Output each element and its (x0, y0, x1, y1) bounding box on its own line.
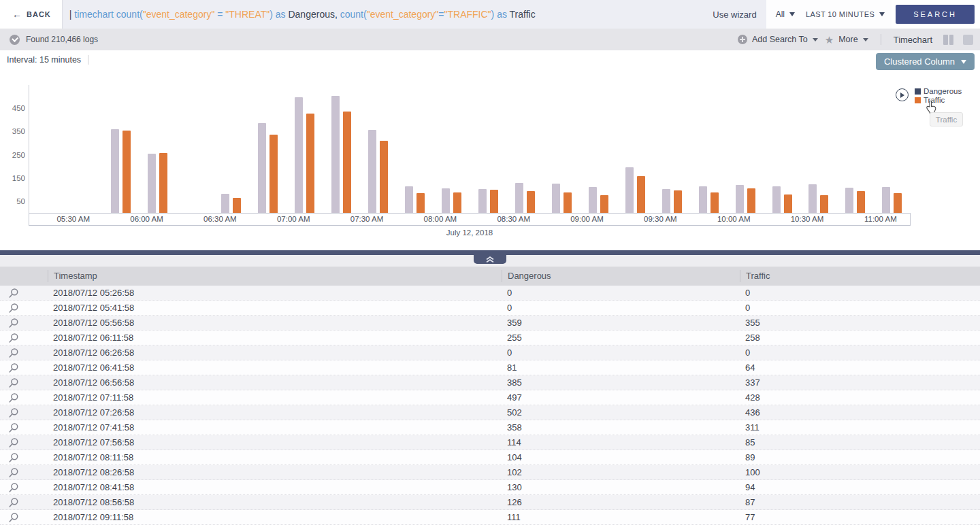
legend-swatch-icon (915, 97, 921, 103)
drilldown-search-icon[interactable] (0, 377, 48, 388)
bar-dangerous[interactable] (589, 187, 597, 213)
drilldown-search-icon[interactable] (0, 497, 48, 508)
drilldown-search-icon[interactable] (0, 437, 48, 448)
bar-dangerous[interactable] (478, 189, 487, 213)
drilldown-search-icon[interactable] (0, 303, 48, 314)
bar-dangerous[interactable] (221, 194, 229, 213)
x-tick-label: 07:00 AM (277, 215, 310, 223)
bar-dangerous[interactable] (111, 129, 119, 213)
bar-traffic[interactable] (527, 191, 535, 213)
bar-dangerous[interactable] (772, 186, 781, 213)
chart-bucket (506, 85, 543, 213)
chart-plot-area (29, 85, 911, 213)
drilldown-search-icon[interactable] (0, 482, 48, 493)
bar-traffic[interactable] (453, 192, 461, 213)
drilldown-search-icon[interactable] (0, 452, 48, 463)
bar-dangerous[interactable] (442, 188, 450, 213)
chevron-down-icon (863, 38, 868, 41)
time-range-dropdown[interactable]: LAST 10 MINUTES (806, 10, 885, 18)
bar-traffic[interactable] (306, 114, 314, 213)
bar-traffic[interactable] (857, 191, 865, 213)
legend-item-dangerous[interactable]: Dangerous (915, 87, 962, 95)
bar-dangerous[interactable] (258, 123, 266, 213)
drilldown-search-icon[interactable] (0, 362, 48, 373)
drilldown-search-icon[interactable] (0, 422, 48, 433)
table-view-icon[interactable] (963, 35, 973, 45)
bar-traffic[interactable] (122, 131, 131, 213)
bar-dangerous[interactable] (699, 186, 707, 213)
bar-dangerous[interactable] (405, 186, 413, 213)
chart-bucket (140, 85, 176, 213)
drilldown-search-icon[interactable] (0, 318, 48, 328)
scope-dropdown[interactable]: All (776, 10, 795, 19)
cell-dangerous: 81 (502, 362, 740, 373)
search-button[interactable]: SEARCH (896, 5, 975, 24)
cell-dangerous: 114 (502, 437, 740, 447)
header-traffic[interactable]: Traffic (740, 270, 980, 282)
bar-traffic[interactable] (894, 193, 902, 213)
bar-traffic[interactable] (784, 194, 792, 213)
bar-traffic[interactable] (416, 193, 425, 213)
more-button[interactable]: ★ More (825, 35, 868, 45)
query-text[interactable]: | timechart count("event_category" = "TH… (69, 9, 705, 20)
bar-traffic[interactable] (564, 192, 572, 213)
drilldown-search-icon[interactable] (0, 392, 48, 403)
bar-traffic[interactable] (710, 192, 719, 213)
bar-traffic[interactable] (159, 153, 167, 213)
x-tick-label: 06:30 AM (203, 215, 237, 223)
bar-dangerous[interactable] (808, 184, 817, 213)
x-tick-label: 11:00 AM (864, 215, 897, 223)
cell-dangerous: 497 (502, 392, 740, 403)
table-row: 2018/07/12 08:56:5812687 (0, 495, 980, 510)
cell-traffic: 337 (740, 377, 980, 388)
y-tick-label: 50 (16, 197, 25, 205)
drilldown-search-icon[interactable] (0, 512, 48, 523)
drilldown-search-icon[interactable] (0, 333, 48, 343)
collapse-panel-button[interactable] (474, 255, 506, 264)
bar-traffic[interactable] (747, 188, 755, 213)
column-chart-view-icon[interactable] (943, 35, 953, 45)
play-button[interactable] (896, 88, 909, 101)
bar-traffic[interactable] (637, 176, 645, 213)
query-segment: "event_category" (367, 9, 439, 20)
bar-dangerous[interactable] (148, 154, 156, 213)
cell-dangerous: 0 (502, 288, 740, 298)
header-dangerous[interactable]: Dangerous (502, 270, 740, 282)
cell-timestamp: 2018/07/12 07:26:58 (48, 407, 502, 418)
cell-timestamp: 2018/07/12 05:41:58 (48, 303, 502, 313)
bar-dangerous[interactable] (625, 167, 634, 213)
bar-traffic[interactable] (270, 135, 278, 213)
use-wizard-link[interactable]: Use wizard (713, 10, 756, 20)
interval-info: Interval: 15 minutes (7, 55, 88, 65)
chart-type-dropdown[interactable]: Clustered Column (876, 53, 975, 70)
search-query-input[interactable]: | timechart count("event_category" = "TH… (62, 0, 766, 29)
drilldown-search-icon[interactable] (0, 288, 48, 299)
bar-dangerous[interactable] (295, 97, 303, 213)
bar-traffic[interactable] (600, 195, 608, 213)
cell-traffic: 89 (740, 452, 980, 462)
drilldown-search-icon[interactable] (0, 467, 48, 478)
drilldown-search-icon[interactable] (0, 407, 48, 418)
bar-dangerous[interactable] (662, 189, 670, 213)
bar-dangerous[interactable] (515, 183, 523, 213)
bar-traffic[interactable] (380, 141, 388, 213)
legend-tooltip: Traffic (930, 112, 963, 126)
header-timestamp[interactable]: Timestamp (48, 270, 502, 282)
bar-traffic[interactable] (674, 190, 682, 213)
back-button[interactable]: ← BACK (0, 0, 62, 29)
bar-dangerous[interactable] (882, 187, 890, 213)
bar-dangerous[interactable] (368, 130, 376, 213)
drilldown-search-icon[interactable] (0, 348, 48, 358)
bar-traffic[interactable] (233, 198, 241, 213)
add-search-to-button[interactable]: Add Search To (738, 35, 818, 44)
bar-traffic[interactable] (820, 195, 828, 213)
bar-dangerous[interactable] (845, 188, 853, 213)
table-row: 2018/07/12 05:56:58359355 (0, 316, 980, 331)
bar-traffic[interactable] (490, 190, 498, 213)
bar-dangerous[interactable] (552, 184, 560, 213)
bar-dangerous[interactable] (331, 96, 340, 213)
x-tick-label: 10:30 AM (791, 215, 824, 223)
bar-dangerous[interactable] (736, 185, 744, 213)
legend-item-traffic[interactable]: Traffic (915, 96, 962, 104)
bar-traffic[interactable] (343, 112, 351, 213)
